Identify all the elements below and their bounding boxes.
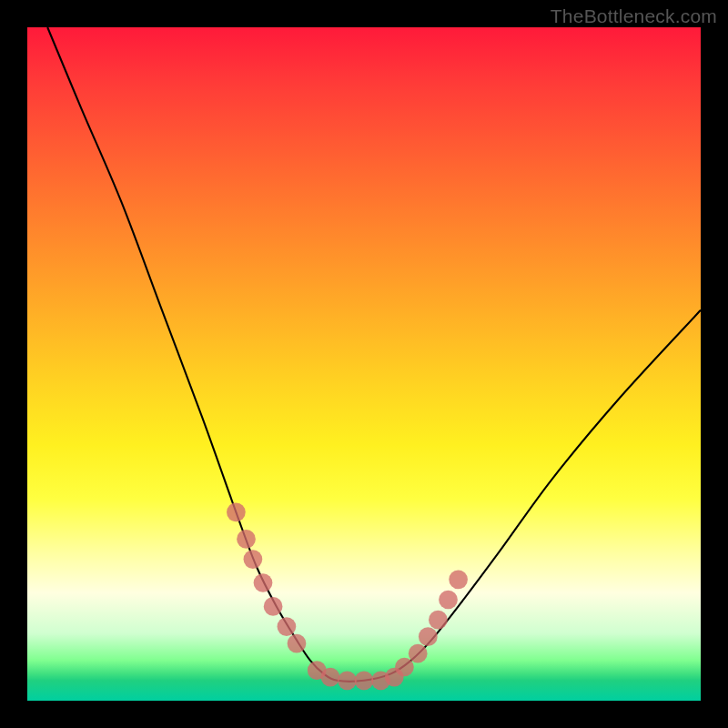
highlight-dot — [254, 573, 273, 592]
highlight-dot — [288, 634, 307, 653]
highlight-dot — [419, 627, 438, 646]
highlight-dot — [237, 530, 256, 549]
highlight-dot — [355, 671, 374, 690]
chart-canvas: TheBottleneck.com — [0, 0, 728, 728]
highlight-dot — [409, 644, 428, 663]
highlight-dot — [449, 570, 468, 589]
highlight-dot — [395, 658, 414, 677]
chart-svg — [27, 27, 701, 701]
highlight-dot — [429, 611, 448, 630]
plot-area — [27, 27, 701, 701]
bottleneck-curve — [47, 27, 701, 682]
watermark-text: TheBottleneck.com — [551, 5, 717, 27]
highlight-dot — [278, 617, 297, 636]
highlight-dot — [264, 597, 283, 616]
highlight-dot — [321, 668, 340, 687]
highlight-dot — [338, 671, 357, 690]
highlight-dots — [227, 502, 468, 690]
highlight-dot — [227, 502, 246, 521]
highlight-dot — [244, 550, 263, 569]
highlight-dot — [439, 591, 458, 610]
